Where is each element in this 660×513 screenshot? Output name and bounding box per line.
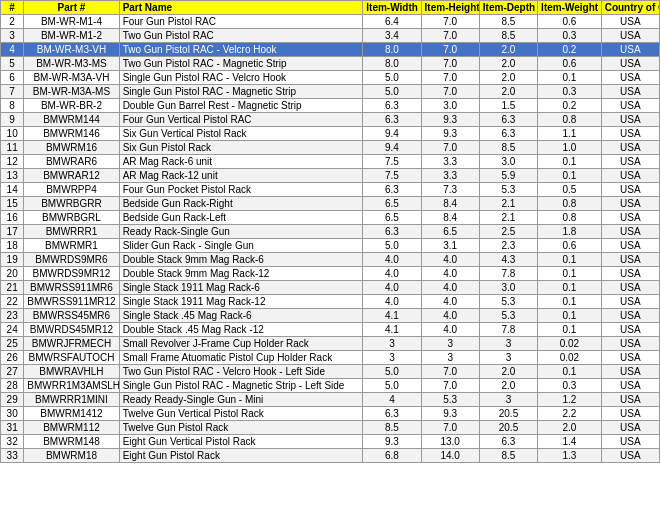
cell-weight: 0.02: [538, 337, 602, 351]
cell-country: USA: [601, 435, 659, 449]
cell-depth: 6.3: [479, 435, 537, 449]
cell-depth: 5.3: [479, 183, 537, 197]
cell-depth: 3: [479, 337, 537, 351]
table-row: 19BMWRDS9MR6Double Stack 9mm Mag Rack-64…: [1, 253, 660, 267]
cell-weight: 0.2: [538, 43, 602, 57]
cell-name: Bedside Gun Rack-Right: [119, 197, 363, 211]
cell-name: Single Stack 1911 Mag Rack-12: [119, 295, 363, 309]
cell-depth: 2.0: [479, 365, 537, 379]
cell-height: 4.0: [421, 323, 479, 337]
cell-part: BMWRDS9MR12: [24, 267, 119, 281]
cell-width: 9.4: [363, 141, 421, 155]
cell-depth: 8.5: [479, 29, 537, 43]
cell-name: Double Gun Barrel Rest - Magnetic Strip: [119, 99, 363, 113]
cell-height: 7.0: [421, 421, 479, 435]
cell-name: Single Stack 1911 Mag Rack-6: [119, 281, 363, 295]
cell-num: 28: [1, 379, 24, 393]
cell-weight: 0.1: [538, 267, 602, 281]
cell-height: 7.0: [421, 15, 479, 29]
cell-depth: 2.5: [479, 225, 537, 239]
table-row: 11BMWRM16Six Gun Pistol Rack9.47.08.51.0…: [1, 141, 660, 155]
table-row: 7BM-WR-M3A-MSSingle Gun Pistol RAC - Mag…: [1, 85, 660, 99]
cell-country: USA: [601, 323, 659, 337]
cell-depth: 3: [479, 351, 537, 365]
cell-height: 3: [421, 351, 479, 365]
cell-height: 4.0: [421, 253, 479, 267]
cell-width: 4.1: [363, 323, 421, 337]
cell-part: BMWRDS45MR12: [24, 323, 119, 337]
cell-name: Single Stack .45 Mag Rack-6: [119, 309, 363, 323]
cell-depth: 6.3: [479, 127, 537, 141]
cell-country: USA: [601, 197, 659, 211]
cell-num: 7: [1, 85, 24, 99]
cell-country: USA: [601, 351, 659, 365]
cell-name: Eight Gun Vertical Pistol Rack: [119, 435, 363, 449]
cell-width: 9.4: [363, 127, 421, 141]
cell-weight: 0.1: [538, 295, 602, 309]
cell-country: USA: [601, 365, 659, 379]
cell-height: 7.0: [421, 43, 479, 57]
cell-height: 7.0: [421, 85, 479, 99]
col-header-width: Item-Width: [363, 1, 421, 15]
cell-num: 12: [1, 155, 24, 169]
cell-country: USA: [601, 113, 659, 127]
cell-num: 23: [1, 309, 24, 323]
cell-height: 7.3: [421, 183, 479, 197]
cell-part: BMWRSS911MR6: [24, 281, 119, 295]
table-row: 10BMWRM146Six Gun Vertical Pistol Rack9.…: [1, 127, 660, 141]
cell-height: 8.4: [421, 211, 479, 225]
cell-depth: 5.3: [479, 309, 537, 323]
cell-num: 3: [1, 29, 24, 43]
cell-part: BM-WR-M3-MS: [24, 57, 119, 71]
cell-depth: 2.0: [479, 71, 537, 85]
cell-name: Two Gun Pistol RAC - Velcro Hook: [119, 43, 363, 57]
cell-part: BMWRJFRMECH: [24, 337, 119, 351]
cell-num: 26: [1, 351, 24, 365]
cell-num: 18: [1, 239, 24, 253]
cell-depth: 5.9: [479, 169, 537, 183]
table-row: 4BM-WR-M3-VHTwo Gun Pistol RAC - Velcro …: [1, 43, 660, 57]
cell-height: 3.1: [421, 239, 479, 253]
cell-country: USA: [601, 337, 659, 351]
cell-name: Double Stack 9mm Mag Rack-12: [119, 267, 363, 281]
cell-width: 7.5: [363, 155, 421, 169]
cell-country: USA: [601, 15, 659, 29]
table-row: 29BMWRRR1MINIReady Ready-Single Gun - Mi…: [1, 393, 660, 407]
cell-name: Four Gun Pocket Pistol Rack: [119, 183, 363, 197]
cell-weight: 0.1: [538, 323, 602, 337]
cell-country: USA: [601, 141, 659, 155]
table-row: 20BMWRDS9MR12Double Stack 9mm Mag Rack-1…: [1, 267, 660, 281]
cell-part: BMWRR1M3AMSLH: [24, 379, 119, 393]
cell-depth: 8.5: [479, 449, 537, 463]
cell-part: BMWRAR6: [24, 155, 119, 169]
table-row: 28BMWRR1M3AMSLHSingle Gun Pistol RAC - M…: [1, 379, 660, 393]
cell-height: 9.3: [421, 407, 479, 421]
inventory-table: # Part # Part Name Item-Width Item-Heigh…: [0, 0, 660, 463]
cell-width: 6.3: [363, 407, 421, 421]
cell-width: 6.3: [363, 113, 421, 127]
col-header-country: Country of Origin: [601, 1, 659, 15]
cell-num: 17: [1, 225, 24, 239]
cell-height: 3.3: [421, 169, 479, 183]
cell-weight: 0.8: [538, 113, 602, 127]
cell-name: Two Gun Pistol RAC: [119, 29, 363, 43]
cell-name: Six Gun Vertical Pistol Rack: [119, 127, 363, 141]
cell-height: 7.0: [421, 71, 479, 85]
cell-weight: 2.0: [538, 421, 602, 435]
col-header-part: Part #: [24, 1, 119, 15]
cell-name: Four Gun Pistol RAC: [119, 15, 363, 29]
cell-width: 3: [363, 337, 421, 351]
cell-name: Small Revolver J-Frame Cup Holder Rack: [119, 337, 363, 351]
cell-depth: 6.3: [479, 113, 537, 127]
table-row: 30BMWRM1412Twelve Gun Vertical Pistol Ra…: [1, 407, 660, 421]
cell-weight: 0.3: [538, 379, 602, 393]
cell-weight: 0.3: [538, 29, 602, 43]
cell-country: USA: [601, 71, 659, 85]
cell-num: 20: [1, 267, 24, 281]
cell-weight: 0.1: [538, 71, 602, 85]
table-row: 18BMWRMR1Slider Gun Rack - Single Gun5.0…: [1, 239, 660, 253]
cell-width: 3: [363, 351, 421, 365]
cell-width: 6.3: [363, 225, 421, 239]
cell-width: 3.4: [363, 29, 421, 43]
cell-num: 29: [1, 393, 24, 407]
